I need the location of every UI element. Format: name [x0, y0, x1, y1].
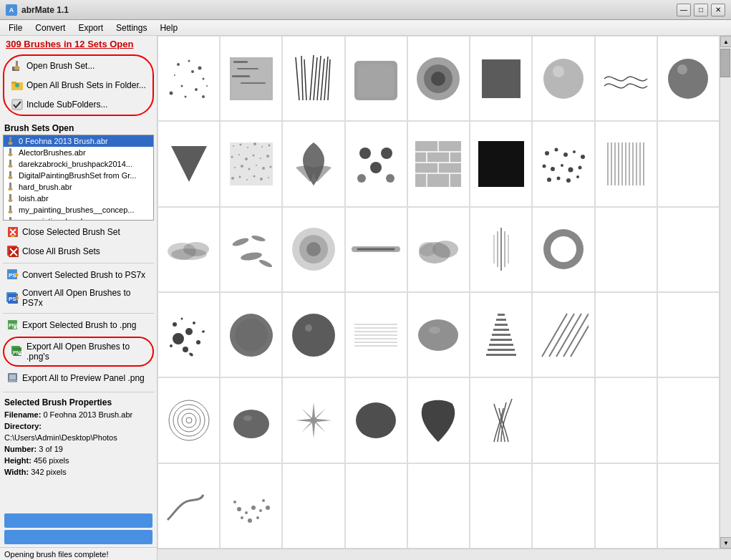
- brush-list-item[interactable]: hard_brush.abr: [4, 181, 153, 193]
- brush-thumb-svg: [413, 224, 463, 274]
- brush-cell[interactable]: [470, 121, 532, 206]
- brush-cell[interactable]: [158, 463, 220, 549]
- brush-cell[interactable]: [532, 292, 594, 377]
- brush-cell[interactable]: [470, 292, 532, 377]
- brush-list-item[interactable]: loish.abr: [4, 193, 153, 204]
- brush-cell[interactable]: [657, 463, 720, 549]
- brush-cell[interactable]: [532, 377, 594, 463]
- convert-selected-button[interactable]: PS Convert Selected Brush to PS7x: [1, 266, 155, 284]
- brush-cell[interactable]: [345, 207, 407, 292]
- brush-cell[interactable]: [407, 463, 470, 549]
- export-selected-button[interactable]: PNG Export Selected Brush to .png: [1, 316, 155, 334]
- brush-cell[interactable]: [158, 207, 220, 292]
- svg-point-114: [357, 174, 366, 183]
- convert-selected-label: Convert Selected Brush to PS7x: [22, 270, 145, 280]
- scroll-down-arrow[interactable]: ▼: [720, 537, 731, 549]
- brush-cell[interactable]: [345, 121, 407, 206]
- brush-cell[interactable]: [595, 377, 657, 463]
- brush-cell[interactable]: [470, 463, 532, 549]
- close-button[interactable]: ✕: [711, 4, 725, 16]
- export-all-button[interactable]: PNG Export All Open Brushes to .png's: [6, 339, 151, 365]
- brush-cell[interactable]: [532, 207, 594, 292]
- brush-cell[interactable]: [282, 121, 344, 206]
- brush-cell[interactable]: [345, 292, 407, 377]
- brush-cell[interactable]: [220, 463, 282, 549]
- brush-cell[interactable]: [345, 377, 407, 463]
- svg-point-48: [177, 63, 180, 66]
- brush-cell[interactable]: [282, 377, 344, 463]
- brush-cell[interactable]: [158, 121, 220, 206]
- svg-point-99: [234, 167, 236, 168]
- brush-cell[interactable]: [407, 36, 470, 121]
- brush-cell[interactable]: [407, 207, 470, 292]
- blue-bar-2[interactable]: [4, 530, 153, 544]
- folder-icon: [11, 79, 24, 92]
- blue-bar-1[interactable]: [4, 513, 153, 528]
- menu-help[interactable]: Help: [154, 21, 183, 34]
- brush-cell[interactable]: [470, 377, 532, 463]
- brush-list-item[interactable]: my_painting_brushes__concep...: [4, 216, 153, 221]
- brush-cell[interactable]: [345, 36, 407, 121]
- canvas-scrollbar-h[interactable]: [158, 549, 731, 560]
- brush-cell[interactable]: [595, 36, 657, 121]
- brush-list-item[interactable]: AlectorBrushes.abr: [4, 147, 153, 158]
- brush-list-item[interactable]: my_painting_brushes__concep...: [4, 204, 153, 216]
- brush-cell[interactable]: [407, 292, 470, 377]
- minimize-button[interactable]: —: [677, 4, 691, 16]
- brush-cell[interactable]: [595, 207, 657, 292]
- brush-list-item[interactable]: 0 Feohna 2013 Brush.abr: [4, 135, 153, 147]
- brush-cell[interactable]: [158, 36, 220, 121]
- brush-cell[interactable]: [220, 377, 282, 463]
- scroll-up-arrow[interactable]: ▲: [720, 36, 731, 47]
- close-selected-button[interactable]: Close Selected Brush Set: [1, 223, 155, 241]
- menu-settings[interactable]: Settings: [110, 21, 153, 34]
- svg-point-50: [198, 66, 201, 69]
- menu-convert[interactable]: Convert: [29, 21, 71, 34]
- svg-point-210: [173, 405, 205, 436]
- svg-rect-202: [488, 349, 515, 351]
- brush-cell[interactable]: [220, 292, 282, 377]
- brush-cell[interactable]: [282, 463, 344, 549]
- close-all-button[interactable]: Close All Brush Sets: [1, 242, 155, 261]
- brush-cell[interactable]: [407, 121, 470, 206]
- brush-cell[interactable]: [657, 121, 720, 206]
- brush-cell[interactable]: [657, 207, 720, 292]
- brush-list[interactable]: 0 Feohna 2013 Brush.abr AlectorBrushes.a…: [3, 135, 154, 221]
- brush-cell[interactable]: [282, 36, 344, 121]
- brush-cell[interactable]: [657, 292, 720, 377]
- brush-list-item[interactable]: DigitalPaintingBrushSet from Gr...: [4, 170, 153, 181]
- brush-cell[interactable]: [657, 377, 720, 463]
- brush-cell[interactable]: [532, 121, 594, 206]
- canvas-scrollbar[interactable]: ▲ ▼: [720, 36, 731, 549]
- brush-cell[interactable]: [158, 377, 220, 463]
- brush-cell[interactable]: [595, 121, 657, 206]
- brush-list-item[interactable]: darekzabrocki_brushpack2014...: [4, 158, 153, 170]
- include-subfolders-button[interactable]: Include SubFolders...: [6, 95, 151, 114]
- open-all-folder-button[interactable]: Open All Brush Sets in Folder...: [6, 76, 151, 95]
- brush-cell[interactable]: [220, 207, 282, 292]
- svg-point-134: [561, 164, 563, 167]
- brush-cell[interactable]: [532, 36, 594, 121]
- restore-button[interactable]: □: [694, 4, 708, 16]
- menu-file[interactable]: File: [3, 21, 28, 34]
- brush-cell[interactable]: [158, 292, 220, 377]
- brush-cell[interactable]: [407, 377, 470, 463]
- scroll-thumb[interactable]: [720, 49, 730, 77]
- brush-cell[interactable]: [532, 463, 594, 549]
- brush-cell[interactable]: [220, 36, 282, 121]
- convert-all-button[interactable]: PS Convert All Open Brushes to PS7x: [1, 285, 155, 311]
- brush-cell[interactable]: [470, 36, 532, 121]
- menu-export[interactable]: Export: [72, 21, 109, 34]
- brush-cell[interactable]: [282, 207, 344, 292]
- brush-cell[interactable]: [470, 207, 532, 292]
- brush-cell[interactable]: [345, 463, 407, 549]
- brush-cell[interactable]: [220, 121, 282, 206]
- brush-cell[interactable]: [595, 463, 657, 549]
- open-brush-set-button[interactable]: Open Brush Set...: [6, 57, 151, 75]
- brush-cell[interactable]: [282, 292, 344, 377]
- brush-cell[interactable]: [595, 292, 657, 377]
- svg-rect-62: [233, 61, 248, 63]
- brush-cell[interactable]: [657, 36, 720, 121]
- export-preview-button[interactable]: PNG Export All to Preview Panel .png: [1, 369, 155, 387]
- brush-item-2: darekzabrocki_brushpack2014...: [19, 160, 132, 168]
